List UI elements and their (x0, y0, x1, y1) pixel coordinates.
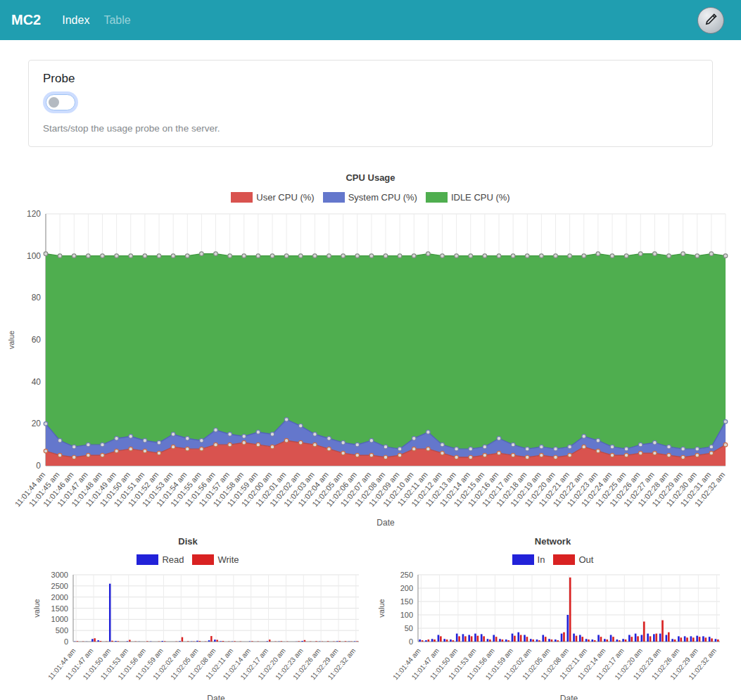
cpu-chart-plot: 02040608010012011:01:44 am11:01:45 am11:… (6, 208, 735, 516)
svg-text:2500: 2500 (51, 582, 68, 590)
svg-text:1000: 1000 (51, 615, 68, 623)
legend-label: Write (217, 554, 239, 565)
legend-swatch (553, 554, 575, 565)
legend-label: Read (162, 554, 184, 565)
legend-item-read[interactable]: Read (137, 554, 184, 565)
svg-text:0: 0 (36, 461, 41, 471)
cpu-chart-xlabel: Date (6, 518, 735, 528)
legend-swatch (192, 554, 214, 565)
svg-text:80: 80 (32, 293, 42, 303)
svg-text:50: 50 (405, 624, 413, 632)
svg-text:40: 40 (32, 377, 42, 387)
svg-text:250: 250 (400, 571, 413, 579)
svg-text:200: 200 (400, 584, 413, 592)
cpu-usage-chart: CPU Usage User CPU (%)System CPU (%)IDLE… (6, 172, 735, 528)
disk-chart-xlabel: Date (6, 694, 370, 700)
legend-item-system-cpu[interactable]: System CPU (%) (323, 192, 417, 203)
legend-label: In (538, 554, 545, 565)
charts-area: CPU Usage User CPU (%)System CPU (%)IDLE… (0, 172, 741, 700)
svg-text:0: 0 (409, 637, 413, 646)
legend-swatch (426, 192, 448, 203)
legend-label: Out (578, 554, 593, 565)
svg-text:100: 100 (400, 611, 413, 619)
nav-link-index[interactable]: Index (62, 14, 89, 27)
svg-text:500: 500 (56, 626, 68, 635)
legend-swatch (323, 192, 345, 203)
main-content: Probe Starts/stop the usage probe on the… (0, 60, 741, 147)
disk-chart-plot: 05001000150020002500300011:01:44 am11:01… (6, 571, 370, 692)
svg-text:3000: 3000 (51, 571, 68, 579)
svg-text:value: value (7, 331, 15, 349)
probe-toggle[interactable] (46, 94, 75, 110)
network-chart-xlabel: Date (370, 694, 735, 700)
disk-chart: Disk ReadWrite 0500100015002000250030001… (6, 536, 370, 700)
nav-link-table[interactable]: Table (103, 14, 130, 27)
legend-item-out[interactable]: Out (553, 554, 593, 565)
svg-text:20: 20 (32, 419, 42, 428)
network-chart-legend: InOut (370, 554, 735, 565)
legend-item-in[interactable]: In (512, 554, 545, 565)
probe-card: Probe Starts/stop the usage probe on the… (28, 60, 713, 147)
legend-swatch (512, 554, 534, 565)
svg-text:value: value (377, 599, 386, 617)
probe-description: Starts/stop the usage probe on the serve… (43, 123, 698, 134)
legend-label: User CPU (%) (256, 192, 314, 203)
disk-chart-canvas: 05001000150020002500300011:01:44 am11:01… (6, 571, 370, 692)
svg-text:150: 150 (400, 597, 413, 606)
legend-swatch (231, 192, 253, 203)
legend-label: System CPU (%) (348, 192, 417, 203)
bottom-charts-row: Disk ReadWrite 0500100015002000250030001… (6, 536, 735, 700)
probe-toggle-knob (49, 97, 59, 108)
cpu-chart-title: CPU Usage (6, 172, 735, 183)
legend-label: IDLE CPU (%) (451, 192, 510, 203)
disk-chart-legend: ReadWrite (6, 554, 370, 565)
disk-chart-title: Disk (6, 536, 370, 547)
pencil-icon (705, 13, 717, 27)
svg-text:100: 100 (27, 251, 41, 261)
legend-item-idle-cpu[interactable]: IDLE CPU (%) (426, 192, 510, 203)
network-chart-plot: 05010015020025011:01:44 am11:01:47 am11:… (370, 571, 735, 692)
svg-text:2000: 2000 (51, 593, 68, 602)
cpu-chart-canvas: 02040608010012011:01:44 am11:01:45 am11:… (6, 208, 735, 516)
probe-title: Probe (43, 72, 698, 86)
cpu-chart-legend: User CPU (%)System CPU (%)IDLE CPU (%) (6, 191, 735, 203)
legend-item-user-cpu[interactable]: User CPU (%) (231, 192, 314, 203)
svg-text:value: value (32, 599, 41, 617)
legend-item-write[interactable]: Write (192, 554, 239, 565)
edit-button[interactable] (697, 7, 724, 34)
network-chart-canvas: 05010015020025011:01:44 am11:01:47 am11:… (370, 571, 735, 692)
svg-text:0: 0 (64, 637, 68, 646)
svg-text:120: 120 (27, 209, 41, 219)
svg-text:1500: 1500 (51, 604, 68, 613)
network-chart-title: Network (370, 536, 735, 547)
navbar: MC2 Index Table (0, 0, 741, 40)
svg-text:60: 60 (32, 335, 42, 345)
network-chart: Network InOut 05010015020025011:01:44 am… (370, 536, 735, 700)
brand[interactable]: MC2 (11, 12, 41, 28)
legend-swatch (137, 554, 158, 565)
